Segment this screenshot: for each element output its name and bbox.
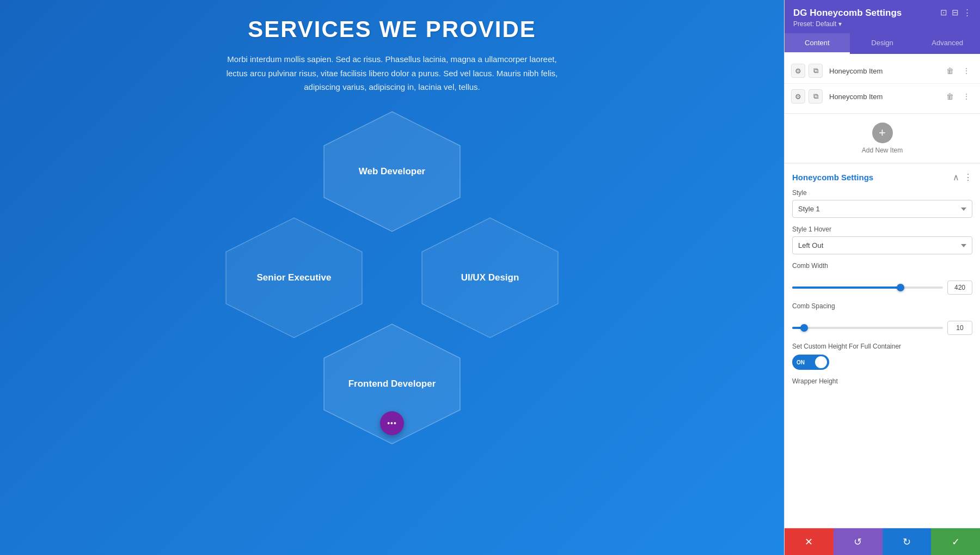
- redo-button[interactable]: ↻: [883, 528, 932, 555]
- hex-label-mid-left: Senior Executive: [246, 272, 342, 283]
- comb-width-thumb[interactable]: [897, 284, 904, 291]
- split-view-icon[interactable]: ⊟: [952, 8, 959, 17]
- style-hover-label: Style 1 Hover: [792, 225, 972, 233]
- comb-spacing-thumb[interactable]: [800, 324, 808, 332]
- custom-height-toggle[interactable]: ON: [792, 355, 829, 370]
- tab-advanced[interactable]: Advanced: [915, 33, 980, 54]
- comb-width-group: Comb Width: [785, 262, 980, 280]
- undo-icon: ↺: [854, 536, 862, 548]
- style-select[interactable]: Style 1: [792, 200, 972, 218]
- tab-content[interactable]: Content: [785, 33, 850, 54]
- add-new-label: Add New Item: [862, 147, 903, 154]
- page-title: SERVICES WE PROVIDE: [0, 0, 784, 42]
- toggle-on-label: ON: [794, 359, 805, 365]
- comb-spacing-slider-row: 10: [785, 321, 980, 343]
- comb-spacing-label: Comb Spacing: [792, 302, 972, 310]
- comb-spacing-group: Comb Spacing: [785, 302, 980, 321]
- custom-height-label: Set Custom Height For Full Container: [792, 343, 972, 350]
- cancel-button[interactable]: ✕: [785, 528, 834, 555]
- style-label: Style: [792, 189, 972, 197]
- comb-width-label: Comb Width: [792, 262, 972, 270]
- comb-spacing-track[interactable]: [792, 327, 943, 329]
- hex-label-top: Web Developer: [348, 166, 437, 177]
- custom-height-toggle-row: Set Custom Height For Full Container ON: [785, 343, 980, 377]
- item-settings-icon-2[interactable]: ⚙: [791, 89, 805, 103]
- style-field-group: Style Style 1: [785, 189, 980, 225]
- settings-preset[interactable]: Preset: Default ▾: [793, 20, 902, 28]
- item-delete-icon[interactable]: 🗑: [943, 64, 957, 78]
- comb-width-slider-row: 420: [785, 280, 980, 302]
- comb-width-track[interactable]: [792, 286, 943, 289]
- item-more-icon[interactable]: ⋮: [959, 64, 973, 78]
- item-2-label: Honeycomb Item: [826, 93, 940, 101]
- item-1-label: Honeycomb Item: [826, 67, 940, 75]
- item-copy-icon-2[interactable]: ⧉: [808, 89, 823, 103]
- more-options-icon[interactable]: ⋮: [963, 8, 971, 17]
- collapse-icon[interactable]: ∧: [953, 172, 959, 182]
- add-new-circle-icon[interactable]: +: [872, 123, 893, 143]
- add-new-item-button[interactable]: + Add New Item: [785, 114, 980, 163]
- hex-label-bottom: Frontend Developer: [338, 379, 447, 389]
- comb-width-fill: [792, 286, 901, 289]
- style-hover-field-group: Style 1 Hover Left Out: [785, 225, 980, 262]
- settings-header: DG Honeycomb Settings Preset: Default ▾ …: [785, 0, 980, 33]
- fullscreen-icon[interactable]: ⊡: [940, 8, 947, 17]
- settings-tabs: Content Design Advanced: [785, 33, 980, 54]
- honeycomb-settings-header: Honeycomb Settings ∧ ⋮: [785, 163, 980, 189]
- table-row: ⚙ ⧉ Honeycomb Item 🗑 ⋮: [785, 84, 980, 109]
- page-subtitle: Morbi interdum mollis sapien. Sed ac ris…: [218, 52, 566, 94]
- toggle-knob: [815, 356, 827, 368]
- canvas-area: SERVICES WE PROVIDE Morbi interdum molli…: [0, 0, 784, 555]
- undo-button[interactable]: ↺: [834, 528, 883, 555]
- items-section: ⚙ ⧉ Honeycomb Item 🗑 ⋮ ⚙ ⧉ Honeycomb Ite…: [785, 54, 980, 114]
- settings-title: DG Honeycomb Settings: [793, 8, 902, 19]
- item-settings-icon[interactable]: ⚙: [791, 64, 805, 78]
- item-copy-icon[interactable]: ⧉: [808, 64, 823, 78]
- honeycomb-more-icon[interactable]: ⋮: [964, 172, 972, 182]
- cancel-icon: ✕: [805, 536, 813, 548]
- settings-panel: DG Honeycomb Settings Preset: Default ▾ …: [784, 0, 980, 555]
- style-hover-select[interactable]: Left Out: [792, 236, 972, 254]
- dots-icon: •••: [387, 419, 397, 428]
- table-row: ⚙ ⧉ Honeycomb Item 🗑 ⋮: [785, 58, 980, 84]
- hex-label-mid-right: UI/UX Design: [450, 272, 530, 283]
- item-delete-icon-2[interactable]: 🗑: [943, 89, 957, 103]
- bottom-toolbar: ✕ ↺ ↻ ✓: [785, 528, 980, 555]
- float-action-button[interactable]: •••: [380, 411, 404, 435]
- redo-icon: ↻: [903, 536, 911, 548]
- comb-spacing-value[interactable]: 10: [947, 321, 972, 335]
- confirm-icon: ✓: [952, 536, 960, 548]
- comb-width-value[interactable]: 420: [947, 280, 972, 295]
- wrapper-height-label: Wrapper Height: [785, 377, 980, 389]
- tab-design[interactable]: Design: [850, 33, 915, 54]
- confirm-button[interactable]: ✓: [931, 528, 980, 555]
- honeycomb-settings-title: Honeycomb Settings: [792, 173, 873, 182]
- item-more-icon-2[interactable]: ⋮: [959, 89, 973, 103]
